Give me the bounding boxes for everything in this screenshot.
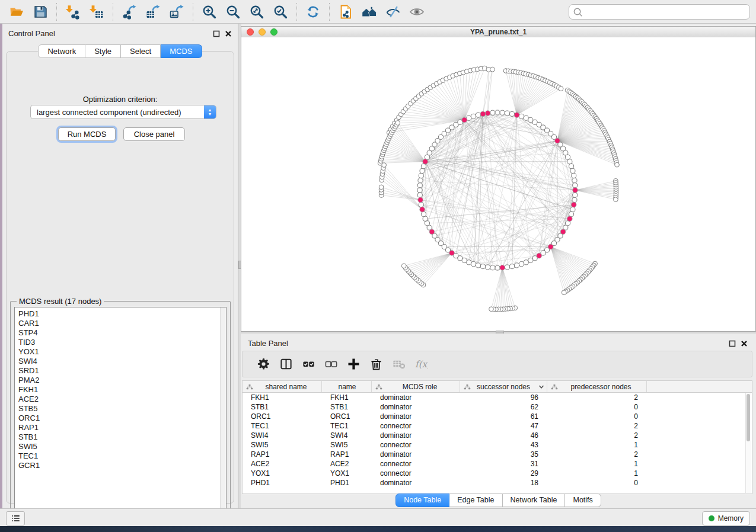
houses-button[interactable]	[358, 2, 381, 21]
table-row[interactable]: ACE2ACE2connector311	[243, 459, 752, 469]
float-panel-icon[interactable]	[212, 30, 220, 37]
float-panel-icon[interactable]	[728, 339, 736, 347]
mcds-result-item[interactable]: TID3	[18, 338, 226, 347]
mcds-result-list[interactable]: PHD1CAR1STP4TID3YOX1SWI4SRD1PMA2FKH1ACE2…	[14, 307, 227, 517]
eye-button[interactable]	[405, 2, 429, 21]
mcds-result-item[interactable]: STB1	[18, 432, 226, 442]
export-network-button[interactable]	[117, 2, 141, 21]
search-box[interactable]	[569, 4, 750, 20]
table-cell: ORC1	[243, 412, 322, 421]
memory-button-label: Memory	[718, 514, 744, 523]
mcds-result-item[interactable]: PHD1	[18, 309, 226, 319]
tab-network[interactable]: Network	[38, 44, 85, 58]
mcds-result-item[interactable]: SWI4	[18, 357, 226, 366]
eye-slash-icon	[385, 4, 401, 20]
mcds-result-item[interactable]: FKH1	[18, 385, 226, 395]
table-cell: 35	[460, 450, 547, 459]
table-row[interactable]: RAP1RAP1dominator352	[243, 450, 752, 459]
import-network-button[interactable]	[61, 2, 85, 21]
network-column-icon	[246, 383, 253, 390]
table-cell: 1	[547, 459, 647, 469]
zoom-out-button[interactable]	[221, 2, 245, 21]
zoom-fit-button[interactable]	[245, 2, 269, 21]
unselect-all-checkboxes-button[interactable]	[320, 355, 342, 373]
zoom-in-button[interactable]	[197, 2, 221, 21]
tab-mcds[interactable]: MCDS	[161, 44, 202, 58]
table-cell: ORC1	[322, 412, 372, 421]
column-label: successor nodes	[471, 383, 538, 391]
table-scrollbar[interactable]	[745, 393, 751, 493]
column-label: name	[326, 383, 371, 391]
refresh-layout-button[interactable]	[301, 2, 325, 21]
export-image-button[interactable]	[165, 2, 189, 21]
column-header-shared-name[interactable]: shared name	[243, 381, 322, 392]
search-input[interactable]	[585, 7, 746, 17]
table-row[interactable]: YOX1YOX1connector291	[243, 469, 752, 478]
table-row[interactable]: FKH1FKH1dominator962	[243, 393, 752, 402]
export-table-button[interactable]	[141, 2, 165, 21]
column-header-predecessor-nodes[interactable]: predecessor nodes	[547, 381, 647, 392]
run-mcds-button[interactable]: Run MCDS	[58, 127, 116, 141]
table-row[interactable]: TEC1TEC1connector472	[243, 421, 752, 431]
document-network-button[interactable]	[334, 2, 358, 21]
show-columns-button[interactable]	[275, 355, 297, 373]
column-header-name[interactable]: name	[322, 381, 372, 392]
network-view[interactable]	[241, 37, 755, 331]
mcds-result-item[interactable]: TEC1	[18, 451, 226, 461]
memory-button[interactable]: Memory	[702, 511, 750, 525]
tab-edge-table[interactable]: Edge Table	[449, 493, 502, 507]
close-panel-icon[interactable]	[224, 30, 232, 37]
table-row[interactable]: STB1STB1dominator620	[243, 402, 752, 412]
table-cell: SWI4	[322, 431, 372, 440]
result-list-scrollbar[interactable]	[220, 307, 226, 516]
mcds-result-item[interactable]: SRD1	[18, 366, 226, 376]
table-row[interactable]: ORC1ORC1dominator610	[243, 412, 752, 421]
table-cell: 43	[460, 440, 547, 450]
zoom-selected-button[interactable]	[269, 2, 292, 21]
table-cell: dominator	[372, 412, 460, 421]
save-session-button[interactable]	[28, 2, 52, 21]
mcds-result-item[interactable]: STB5	[18, 404, 226, 414]
tab-motifs[interactable]: Motifs	[565, 493, 601, 507]
table-cell: FKH1	[322, 393, 372, 402]
select-all-checkboxes-button[interactable]	[297, 355, 320, 373]
mcds-result-item[interactable]: GCR1	[18, 461, 226, 470]
equation-fx-button[interactable]: f(x)	[410, 355, 432, 373]
mcds-result-item[interactable]: ORC1	[18, 414, 226, 423]
scrollbar-thumb[interactable]	[747, 394, 750, 441]
settings-gear-button[interactable]	[252, 355, 275, 373]
delete-table-button[interactable]	[387, 355, 410, 373]
close-panel-button[interactable]: Close panel	[123, 127, 185, 141]
optimization-criterion-select[interactable]: largest connected component (undirected)…	[30, 105, 216, 119]
mcds-result-item[interactable]: STP4	[18, 328, 226, 338]
mcds-result-item[interactable]: YOX1	[18, 347, 226, 357]
mcds-result-item[interactable]: RAP1	[18, 423, 226, 432]
network-window-titlebar[interactable]: YPA_prune.txt_1	[241, 27, 755, 38]
table-row[interactable]: SWI4SWI4dominator462	[243, 431, 752, 440]
add-row-button[interactable]	[342, 355, 365, 373]
mcds-result-item[interactable]: SWI5	[18, 442, 226, 451]
mcds-result-item[interactable]: CAR1	[18, 319, 226, 328]
column-header-successor-nodes[interactable]: successor nodes	[460, 381, 547, 392]
column-header-filler	[647, 381, 752, 392]
task-history-button[interactable]	[6, 511, 25, 525]
table-body: FKH1FKH1dominator962STB1STB1dominator620…	[243, 393, 752, 488]
table-cell: ACE2	[322, 459, 372, 469]
close-panel-icon[interactable]	[740, 339, 748, 347]
mcds-result-item[interactable]: PMA2	[18, 376, 226, 385]
tab-style[interactable]: Style	[85, 44, 121, 58]
table-cell: dominator	[372, 431, 460, 440]
import-table-button[interactable]	[85, 2, 109, 21]
table-row[interactable]: SWI5SWI5connector431	[243, 440, 752, 450]
tab-network-table[interactable]: Network Table	[503, 493, 566, 507]
delete-row-button[interactable]	[365, 355, 387, 373]
tab-node-table[interactable]: Node Table	[395, 493, 449, 507]
eye-slash-button[interactable]	[381, 2, 405, 21]
search-icon	[573, 7, 583, 17]
toolbar-separator	[296, 3, 297, 21]
table-row[interactable]: PHD1PHD1dominator180	[243, 478, 752, 488]
open-file-button[interactable]	[5, 2, 28, 21]
column-header-MCDS-role[interactable]: MCDS role	[372, 381, 460, 392]
mcds-result-item[interactable]: ACE2	[18, 395, 226, 404]
tab-select[interactable]: Select	[121, 44, 161, 58]
